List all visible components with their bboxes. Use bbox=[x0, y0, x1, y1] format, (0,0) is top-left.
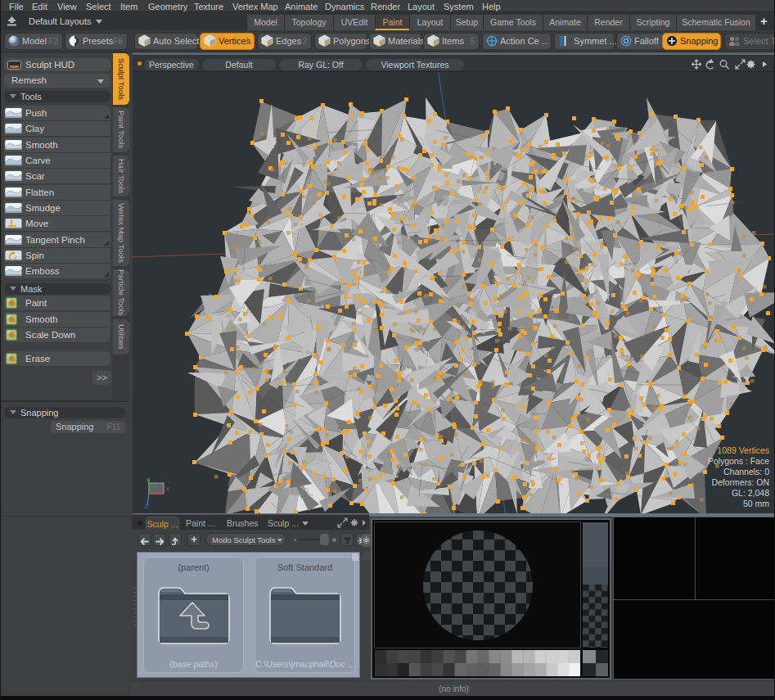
svg-text:Z: Z bbox=[145, 503, 149, 509]
svg-text:X: X bbox=[165, 485, 170, 493]
svg-text:Y: Y bbox=[146, 476, 151, 484]
